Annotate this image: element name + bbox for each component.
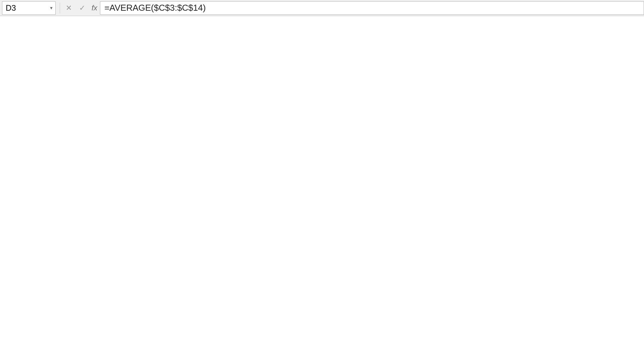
cancel-icon[interactable]: ✕ bbox=[62, 1, 75, 15]
formula-text: =AVERAGE($C$3:$C$14) bbox=[104, 3, 206, 13]
name-box[interactable]: D3 ▼ bbox=[2, 1, 56, 15]
confirm-icon[interactable]: ✓ bbox=[75, 1, 89, 15]
formula-input[interactable]: =AVERAGE($C$3:$C$14) bbox=[100, 1, 644, 15]
name-box-value: D3 bbox=[6, 3, 16, 13]
chevron-down-icon[interactable]: ▼ bbox=[49, 6, 53, 10]
formula-bar: D3 ▼ ✕ ✓ fx =AVERAGE($C$3:$C$14) bbox=[0, 0, 644, 16]
divider bbox=[60, 3, 60, 13]
fx-label[interactable]: fx bbox=[92, 4, 97, 12]
